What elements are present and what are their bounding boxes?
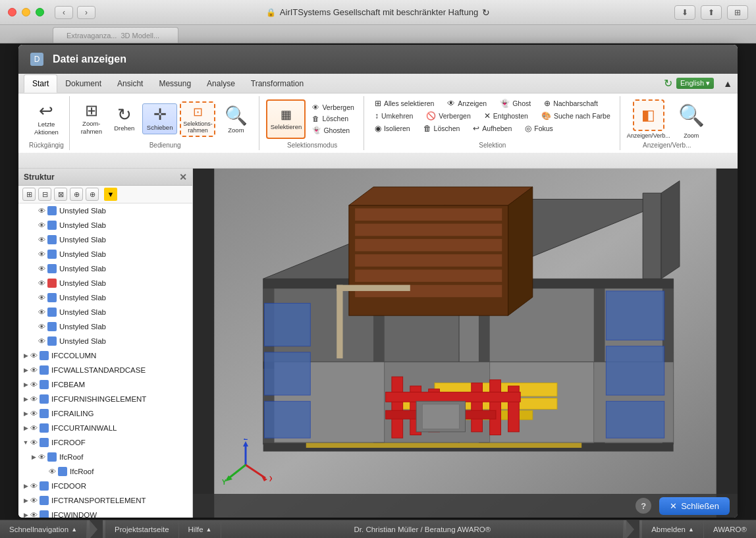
minimize-window-button[interactable]: [22, 8, 30, 16]
eye-icon[interactable]: 👁: [38, 265, 45, 273]
eye-icon[interactable]: 👁: [30, 424, 38, 432]
panel-tool-4[interactable]: ⊕: [70, 188, 83, 201]
aufheben-button[interactable]: ↩ Aufheben: [469, 122, 516, 134]
expand-icon[interactable]: ▶: [21, 423, 30, 433]
tree-item-ifcdoor[interactable]: ▶ 👁 IFCDOOR: [18, 479, 192, 493]
suche-nach-farbe-button[interactable]: 🎨 Suche nach Farbe: [537, 110, 614, 122]
tree-item-unstyled-3[interactable]: 👁 Unstyled Slab: [18, 232, 192, 247]
tree-item-ifcwindow[interactable]: ▶ 👁 IFCWINDOW: [18, 508, 192, 518]
expand-icon[interactable]: [29, 336, 38, 346]
expand-icon[interactable]: [29, 221, 38, 230]
drehen-button[interactable]: ↻ Drehen: [109, 103, 140, 134]
verbergen-sm-button[interactable]: 👁 Verbergen: [308, 102, 358, 113]
eye-icon[interactable]: 👁: [38, 294, 45, 302]
tree-item-unstyled-1[interactable]: 👁 Unstyled Slab: [18, 203, 192, 218]
tree-item-unstyled-5[interactable]: 👁 Unstyled Slab: [18, 261, 192, 276]
tree-item-ifcroof-child1[interactable]: ▶ 👁 IfcRoof: [18, 450, 192, 464]
tree-item-unstyled-10[interactable]: 👁 Unstyled Slab: [18, 334, 192, 348]
eye-icon[interactable]: 👁: [38, 236, 45, 244]
language-dropdown[interactable]: English ▾: [676, 78, 714, 89]
eye-icon[interactable]: 👁: [38, 207, 45, 215]
expand-icon[interactable]: ▼: [21, 438, 30, 447]
tree-container[interactable]: 👁 Unstyled Slab 👁 Unstyled Slab 👁 Unstyl…: [18, 203, 192, 518]
tree-item-ifcwall[interactable]: ▶ 👁 IFCWALLSTANDARDCASE: [18, 363, 192, 377]
expand-icon[interactable]: [29, 293, 38, 302]
download-button[interactable]: ⬇: [674, 5, 695, 20]
tree-item-ifcfurnishing[interactable]: ▶ 👁 IFCFURNISHINGELEMENT: [18, 392, 192, 406]
loeschen-sm-button[interactable]: 🗑 Löschen: [308, 113, 358, 124]
expand-icon[interactable]: ▶: [21, 365, 30, 375]
expand-icon[interactable]: ▶: [21, 409, 30, 418]
selektionsrahmen-button[interactable]: ⊡ Selektions-rahmen: [180, 101, 215, 137]
nachbarschaft-button[interactable]: ⊕ Nachbarschaft: [540, 97, 602, 109]
isolieren-button[interactable]: ◉ Isolieren: [371, 122, 414, 134]
zoom-rahmen-button[interactable]: ⊞ Zoom-rahmen: [76, 100, 107, 138]
eye-icon[interactable]: 👁: [30, 482, 38, 490]
alles-selektieren-button[interactable]: ⊞ Alles selektieren: [371, 97, 438, 109]
verbergen2-button[interactable]: 🚫 Verbergen: [422, 110, 474, 122]
browser-tab[interactable]: Extravaganza... 3D Modell...: [53, 27, 178, 43]
tree-item-unstyled-9[interactable]: 👁 Unstyled Slab: [18, 319, 192, 334]
expand-icon[interactable]: [29, 206, 38, 215]
entghosten-button[interactable]: ✕ Entghosten: [480, 110, 532, 122]
maximize-window-button[interactable]: [36, 8, 44, 16]
tree-item-ifcrailing[interactable]: ▶ 👁 IFCRAILING: [18, 406, 192, 421]
filter-button[interactable]: ▼: [104, 188, 117, 201]
status-schnellnavigation[interactable]: Schnellnavigation ▲: [0, 520, 87, 538]
eye-icon[interactable]: 👁: [49, 468, 56, 475]
eye-icon[interactable]: 👁: [38, 308, 45, 316]
tree-item-ifcroof-child2[interactable]: 👁 IfcRoof: [18, 464, 192, 479]
eye-icon[interactable]: 👁: [38, 279, 45, 287]
eye-icon[interactable]: 👁: [30, 366, 38, 374]
language-selector[interactable]: ↻ English ▾ ▲: [664, 77, 732, 90]
panel-tool-5[interactable]: ⊕: [86, 188, 99, 201]
letzte-aktionen-button[interactable]: ↩ LetzteAktionen: [30, 99, 63, 138]
expand-icon[interactable]: [29, 250, 38, 259]
tree-item-unstyled-4[interactable]: 👁 Unstyled Slab: [18, 247, 192, 261]
av-big-button[interactable]: ◧: [633, 99, 664, 131]
anzeigen-button[interactable]: 👁 Anzeigen: [443, 97, 491, 109]
expand-all-button[interactable]: ⊞: [22, 188, 36, 201]
tree-item-ifcbeam[interactable]: ▶ 👁 IFCBEAM: [18, 377, 192, 392]
eye-icon[interactable]: 👁: [38, 221, 45, 229]
eye-icon[interactable]: 👁: [38, 250, 45, 258]
tree-item-unstyled-7[interactable]: 👁 Unstyled Slab: [18, 290, 192, 305]
expand-icon[interactable]: ▶: [21, 481, 30, 491]
share-button[interactable]: ⬆: [701, 5, 722, 20]
tree-item-ifctransport[interactable]: ▶ 👁 IFCTRANSPORTELEMENT: [18, 493, 192, 508]
tab-start[interactable]: Start: [24, 74, 57, 93]
expand-icon[interactable]: ▶: [29, 452, 38, 462]
collapse-all-button[interactable]: ⊟: [38, 188, 51, 201]
panel-close-button[interactable]: ✕: [179, 172, 187, 182]
zoom-button[interactable]: 🔍 Zoom: [218, 101, 254, 137]
expand-icon[interactable]: [40, 467, 49, 476]
help-button[interactable]: ?: [635, 498, 651, 514]
tree-item-unstyled-6[interactable]: 👁 Unstyled Slab: [18, 276, 192, 290]
eye-icon[interactable]: 👁: [30, 352, 38, 360]
status-hilfe[interactable]: Hilfe ▲: [179, 520, 222, 538]
zoom-big-button[interactable]: 🔍: [676, 99, 707, 131]
expand-icon[interactable]: [29, 235, 38, 244]
schieben-button[interactable]: ✛ Schieben: [142, 103, 178, 134]
expand-icon[interactable]: ▶: [21, 380, 30, 389]
tab-dokument[interactable]: Dokument: [57, 74, 109, 93]
close-window-button[interactable]: [8, 8, 16, 16]
eye-icon[interactable]: 👁: [30, 410, 38, 417]
eye-icon[interactable]: 👁: [30, 511, 38, 518]
umkehren-button[interactable]: ↕ Umkehren: [371, 110, 417, 122]
eye-icon[interactable]: 👁: [38, 323, 45, 331]
tree-item-ifcroof[interactable]: ▼ 👁 IFCROOF: [18, 435, 192, 450]
expand-icon[interactable]: [29, 322, 38, 331]
status-abmelden[interactable]: Abmelden ▲: [642, 520, 704, 538]
eye-icon[interactable]: 👁: [30, 381, 38, 389]
expand-icon[interactable]: ▶: [21, 351, 30, 360]
collapse-ribbon-icon[interactable]: ▲: [723, 78, 732, 89]
tab-analyse[interactable]: Analyse: [199, 74, 243, 93]
tree-item-unstyled-8[interactable]: 👁 Unstyled Slab: [18, 305, 192, 319]
ghost-button[interactable]: 👻 Ghost: [496, 97, 535, 109]
eye-icon[interactable]: 👁: [38, 337, 45, 345]
refresh-icon[interactable]: ↻: [482, 7, 490, 18]
selektieren-button[interactable]: ▦ Selektieren: [266, 99, 306, 139]
status-projektstartseite[interactable]: Projektstartseite: [105, 520, 178, 538]
forward-button[interactable]: ›: [77, 6, 95, 19]
